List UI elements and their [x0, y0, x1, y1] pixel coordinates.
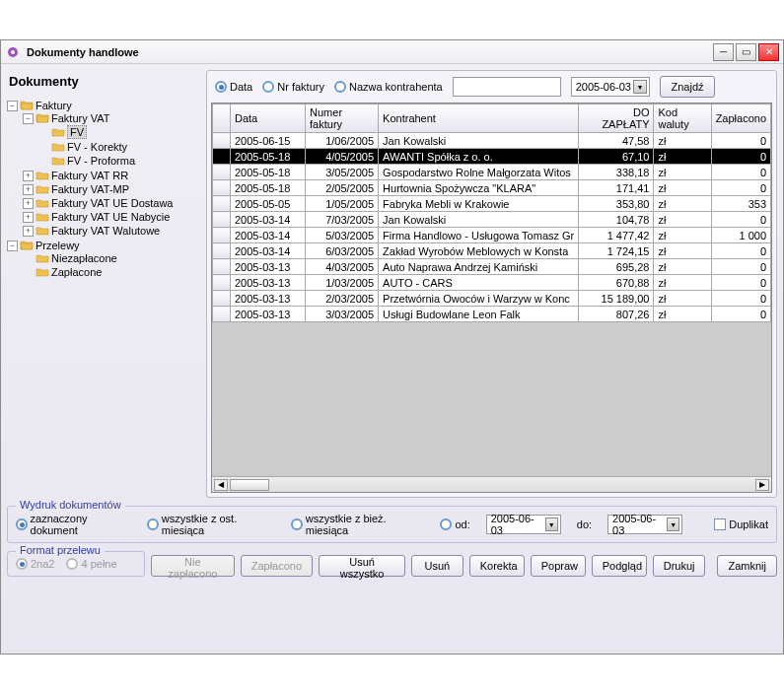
expand-icon[interactable]: + — [23, 184, 34, 195]
korekta-button[interactable]: Korekta — [469, 555, 525, 577]
popraw-button[interactable]: Popraw — [531, 555, 586, 577]
cell-kw: zł — [654, 149, 711, 165]
row-gutter — [213, 228, 231, 243]
top-row: Dokumenty − Faktury — [7, 70, 777, 498]
table-row[interactable]: 2005-03-131/03/2005AUTO - CARS670,88zł0 — [213, 275, 771, 291]
collapse-icon[interactable]: − — [23, 113, 34, 124]
expand-icon[interactable]: + — [23, 198, 34, 209]
tree-label: Faktury VAT UE Nabycie — [51, 211, 170, 223]
table-row[interactable]: 2005-03-133/03/2005Usługi Budowlane Leon… — [213, 307, 771, 322]
tree-faktury-vat-ue-nabycie[interactable]: +Faktury VAT UE Nabycie — [23, 211, 200, 223]
print-date-to[interactable]: 2005-06-03▼ — [607, 515, 682, 534]
radio-2na2[interactable]: 2na2 — [16, 558, 54, 570]
tree-faktury-vat-rr[interactable]: +Faktury VAT RR — [23, 170, 200, 181]
usun-button[interactable]: Usuń — [411, 555, 463, 577]
chevron-down-icon[interactable]: ▼ — [667, 518, 679, 531]
table-row[interactable]: 2005-05-051/05/2005Fabryka Mebli w Krako… — [213, 196, 771, 212]
cell-numer: 1/05/2005 — [306, 196, 379, 212]
radio-od[interactable]: od: — [440, 518, 469, 530]
radio-nazwa-kontrahenta[interactable]: Nazwa kontrahenta — [334, 81, 443, 93]
tree-faktury[interactable]: − Faktury — [7, 100, 200, 111]
scroll-right-icon[interactable]: ▶ — [755, 479, 769, 491]
table-row[interactable]: 2005-05-182/05/2005Hurtownia Spożywcza "… — [213, 180, 771, 196]
print-legend: Wydruk dokumentów — [16, 499, 125, 511]
folder-closed-icon — [51, 141, 65, 153]
radio-label: Nazwa kontrahenta — [349, 81, 443, 93]
tree-faktury-vat[interactable]: − Faktury VAT — [23, 112, 200, 124]
zaplacono-button[interactable]: Zapłacono — [241, 555, 313, 577]
cell-numer: 2/05/2005 — [306, 180, 379, 196]
radio-zaznaczony[interactable]: zaznaczony dokument — [16, 513, 131, 536]
radio-ost-miesiaca[interactable]: wszystkie z ost. miesiąca — [147, 513, 275, 536]
table-row[interactable]: 2005-06-151/06/2005Jan Kowalski47,58zł0 — [213, 133, 771, 149]
expand-icon[interactable]: + — [23, 226, 34, 237]
radio-data[interactable]: Data — [215, 81, 252, 93]
scroll-thumb[interactable] — [230, 479, 269, 491]
cell-numer: 1/06/2005 — [306, 133, 379, 149]
find-button[interactable]: Znajdź — [660, 76, 715, 98]
tree-fv-korekty[interactable]: FV - Korekty — [38, 141, 200, 153]
maximize-button[interactable]: ▭ — [736, 43, 756, 61]
row-gutter — [213, 291, 231, 307]
radio-nr-faktury[interactable]: Nr faktury — [262, 81, 324, 93]
col-zaplacono[interactable]: Zapłacono — [711, 104, 770, 133]
tree-zaplacone[interactable]: Zapłacone — [23, 266, 200, 278]
horizontal-scrollbar[interactable]: ◀ ▶ — [212, 476, 771, 492]
tree[interactable]: − Faktury − Faktury VAT — [7, 99, 200, 498]
podglad-button[interactable]: Podgląd — [592, 555, 647, 577]
col-kodwaluty[interactable]: Kod waluty — [654, 104, 711, 133]
radio-label: od: — [455, 518, 469, 530]
scroll-left-icon[interactable]: ◀ — [214, 479, 228, 491]
minimize-button[interactable]: ─ — [713, 43, 734, 61]
tree-faktury-vat-ue-dostawa[interactable]: +Faktury VAT UE Dostawa — [23, 197, 200, 209]
table-row[interactable]: ▶2005-05-184/05/2005AWANTI Spółka z o. o… — [213, 149, 771, 165]
cell-kontr: Jan Kowalski — [379, 133, 579, 149]
collapse-icon[interactable]: − — [7, 241, 18, 251]
expand-icon[interactable]: + — [23, 171, 34, 181]
radio-biez-miesiaca[interactable]: wszystkie z bież. miesiąca — [291, 513, 424, 536]
grid[interactable]: Data Numer faktury Kontrahent DO ZAPŁATY… — [211, 103, 772, 493]
table-row[interactable]: 2005-03-145/03/2005Firma Handlowo - Usłu… — [213, 228, 771, 243]
tree-faktury-vat-walutowe[interactable]: +Faktury VAT Walutowe — [23, 225, 200, 237]
cell-data: 2005-03-14 — [231, 228, 306, 243]
niezaplacono-button[interactable]: Nie zapłacono — [151, 555, 235, 577]
close-button[interactable]: ✕ — [758, 43, 779, 61]
grid-table: Data Numer faktury Kontrahent DO ZAPŁATY… — [212, 104, 771, 322]
table-row[interactable]: 2005-05-183/05/2005Gospodarstwo Rolne Ma… — [213, 165, 771, 180]
search-input[interactable] — [453, 77, 561, 97]
tree-fv-proforma[interactable]: FV - Proforma — [38, 155, 200, 167]
drukuj-button[interactable]: Drukuj — [653, 555, 706, 577]
tree-fv[interactable]: FV — [38, 125, 200, 139]
tree-niezaplacone[interactable]: Niezapłacone — [23, 252, 200, 264]
tree-label: FV - Korekty — [67, 141, 127, 153]
cell-kontr: Przetwórnia Owoców i Warzyw w Konc — [379, 291, 579, 307]
chevron-down-icon[interactable]: ▼ — [545, 518, 558, 531]
cell-kwota: 171,41 — [579, 180, 654, 196]
table-row[interactable]: 2005-03-147/03/2005Jan Kowalski104,78zł0 — [213, 212, 771, 228]
usun-wszystko-button[interactable]: Usuń wszystko — [319, 555, 405, 577]
table-row[interactable]: 2005-03-146/03/2005Zakład Wyrobów Meblow… — [213, 243, 771, 259]
col-data[interactable]: Data — [231, 104, 306, 133]
radio-label: zaznaczony dokument — [31, 513, 132, 536]
zamknij-button[interactable]: Zamknij — [717, 555, 777, 577]
tree-przelewy[interactable]: − Przelewy — [7, 240, 200, 251]
table-row[interactable]: 2005-03-134/03/2005Auto Naprawa Andrzej … — [213, 259, 771, 275]
tree-faktury-vat-mp[interactable]: +Faktury VAT-MP — [23, 183, 200, 195]
collapse-icon[interactable]: − — [7, 101, 18, 111]
left-pane: Dokumenty − Faktury — [7, 70, 200, 498]
folder-closed-icon — [36, 183, 49, 195]
cell-zap: 0 — [711, 243, 770, 259]
left-header: Dokumenty — [7, 70, 200, 99]
print-date-from[interactable]: 2005-06-03▼ — [486, 515, 561, 534]
cell-zap: 0 — [711, 275, 770, 291]
col-numer[interactable]: Numer faktury — [306, 104, 379, 133]
chevron-down-icon[interactable]: ▼ — [633, 80, 647, 94]
checkbox-duplikat[interactable]: Duplikat — [714, 518, 768, 530]
radio-4pelne[interactable]: 4 pełne — [66, 558, 116, 570]
col-dozaplaty[interactable]: DO ZAPŁATY — [579, 104, 654, 133]
expand-icon[interactable]: + — [23, 212, 34, 223]
col-kontrahent[interactable]: Kontrahent — [379, 104, 579, 133]
table-row[interactable]: 2005-03-132/03/2005Przetwórnia Owoców i … — [213, 291, 771, 307]
cell-kw: zł — [654, 133, 711, 149]
search-date-input[interactable]: 2005-06-03▼ — [571, 77, 650, 97]
